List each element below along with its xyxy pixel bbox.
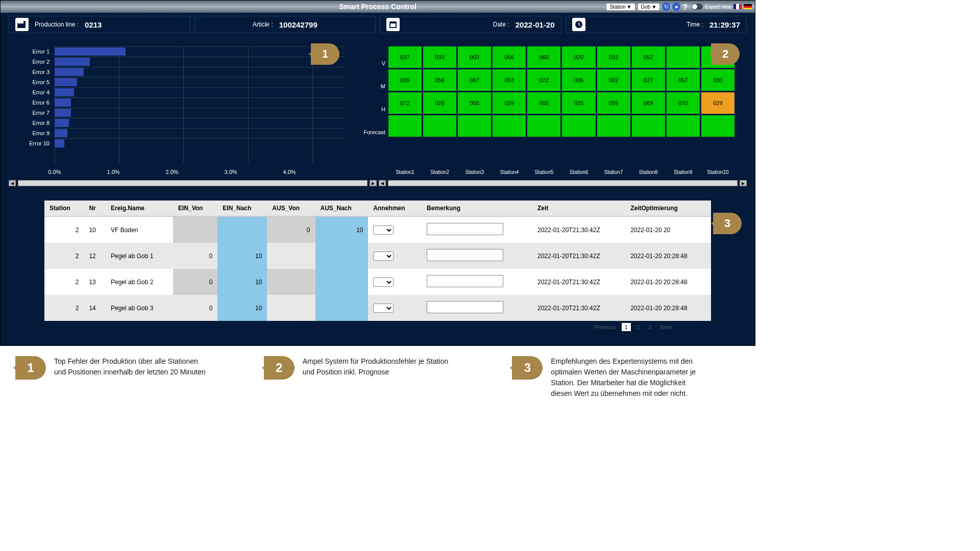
remark-input[interactable]	[427, 249, 503, 261]
heat-cell[interactable]: 069	[632, 92, 665, 114]
heat-cell[interactable]	[667, 115, 700, 137]
heat-cell[interactable]: 056	[423, 69, 456, 91]
pager-next[interactable]: Next	[657, 323, 675, 331]
heat-cell[interactable]	[423, 115, 456, 137]
remark-input[interactable]	[427, 275, 503, 287]
heat-cell[interactable]: 032	[597, 46, 630, 68]
callout-text: Ampel System für Produktionsfehler je St…	[303, 356, 456, 378]
calendar-icon	[386, 18, 400, 31]
scrollbar-right[interactable]	[388, 180, 738, 186]
callout-text: Empfehlungen des Expertensystems mit den…	[551, 356, 704, 399]
heat-cell[interactable]: 005	[527, 92, 560, 114]
heat-cell[interactable]: 002	[597, 69, 630, 91]
heat-cell[interactable]: 053	[493, 69, 526, 91]
bar-label: Error 6	[14, 99, 50, 106]
svg-rect-1	[390, 23, 396, 27]
table-header: AUS_Von	[267, 201, 315, 216]
heat-cell[interactable]: 006	[562, 69, 595, 91]
heat-cell[interactable]: 057	[667, 69, 700, 91]
scrollbar-left[interactable]	[18, 180, 368, 186]
heat-cell[interactable]: 055	[597, 92, 630, 114]
accept-select[interactable]	[373, 304, 394, 313]
table-header: Zeit	[532, 201, 625, 216]
callout-item: 1 Top Fehler der Produktion über alle St…	[15, 356, 243, 399]
scroll-left-arrow[interactable]: ◀	[9, 180, 16, 186]
pager-prev[interactable]: Previous	[591, 323, 619, 331]
heat-cell[interactable]: 052	[632, 46, 665, 68]
table-header: Ereig.Name	[106, 201, 173, 216]
recommendations-table-wrap: 3 StationNrEreig.NameEIN_VonEIN_NachAUS_…	[9, 192, 747, 341]
table-row: 2 10 VF Boden 0 10 2022-01-20T21:30:42Z …	[44, 216, 711, 243]
pager: Previous 1 2 3 Next	[44, 321, 711, 333]
heat-cell[interactable]	[632, 115, 665, 137]
accept-select[interactable]	[373, 278, 394, 287]
table-header: Station	[44, 201, 84, 216]
table-header: AUS_Nach	[315, 201, 369, 216]
date-box: Date : 2022-01-20	[380, 16, 561, 33]
flag-de-icon[interactable]	[744, 4, 752, 9]
callout-item: 3 Empfehlungen des Expertensystems mit d…	[512, 356, 740, 399]
heat-cell[interactable]: 039	[388, 69, 422, 91]
remark-input[interactable]	[427, 223, 503, 235]
pager-page-3[interactable]: 3	[645, 323, 654, 331]
heat-cell[interactable]: 022	[527, 69, 560, 91]
table-header: Annehmen	[368, 201, 422, 216]
recommendations-table: StationNrEreig.NameEIN_VonEIN_NachAUS_Vo…	[44, 201, 711, 321]
article-box: Article : 100242799	[194, 16, 376, 33]
heat-cell[interactable]	[388, 115, 422, 137]
pager-page-1[interactable]: 1	[622, 323, 631, 331]
heat-cell[interactable]: 033	[423, 46, 456, 68]
callouts-legend: 1 Top Fehler der Produktion über alle St…	[0, 346, 755, 409]
heat-cell[interactable]	[458, 115, 491, 137]
table-header: EIN_Nach	[217, 201, 267, 216]
expert-label: Expert view	[705, 4, 731, 10]
bar-label: Error 8	[14, 120, 50, 126]
callout-badge-2: 2	[711, 43, 740, 65]
heat-cell[interactable]: 066	[493, 46, 526, 68]
heat-cell[interactable]: 027	[632, 69, 665, 91]
heat-cell[interactable]: 060	[527, 46, 560, 68]
flag-uk-icon[interactable]	[733, 4, 742, 9]
accept-select[interactable]	[373, 226, 394, 235]
bar-label: Error 2	[14, 59, 50, 65]
heat-cell[interactable]	[562, 115, 595, 137]
heat-cell[interactable]	[701, 115, 734, 137]
heat-cell[interactable]: 059	[493, 92, 526, 114]
heat-cell[interactable]	[527, 115, 560, 137]
refresh-icon[interactable]: ↻	[662, 3, 670, 11]
status-dot-icon: ●	[672, 3, 680, 11]
heat-cell[interactable]	[667, 46, 700, 68]
heat-cell[interactable]: 020	[562, 46, 595, 68]
heat-cell[interactable]	[597, 115, 630, 137]
heat-cell[interactable]	[493, 115, 526, 137]
heat-cell[interactable]: 070	[667, 92, 700, 114]
scroll-left-arrow-2[interactable]: ◀	[379, 180, 386, 186]
gob-dropdown[interactable]: Gob ▼	[638, 3, 660, 11]
info-row: Production line : 0213 Article : 1002427…	[1, 13, 755, 36]
expert-toggle[interactable]	[692, 4, 703, 10]
app-title: Smart Process Control	[339, 3, 416, 11]
bar-label: Error 7	[14, 110, 50, 116]
bar-label: Error 5	[14, 79, 50, 85]
heat-cell[interactable]: 067	[458, 69, 491, 91]
production-line-box: Production line : 0213	[9, 16, 190, 33]
heat-cell[interactable]: 050	[458, 92, 491, 114]
table-header: Bemerkung	[422, 201, 532, 216]
help-icon[interactable]: ?	[682, 3, 690, 10]
scroll-right-arrow[interactable]: ▶	[370, 180, 377, 186]
heat-cell[interactable]: 025	[562, 92, 595, 114]
heat-cell[interactable]: 030	[701, 69, 734, 91]
heat-cell[interactable]: 072	[388, 92, 422, 114]
accept-select[interactable]	[373, 252, 394, 261]
callout-number-badge: 1	[15, 356, 46, 380]
station-dropdown[interactable]: Station ▼	[606, 3, 635, 11]
error-bar-chart: 1 Error 1 Error 2 Error 3 Error 5 Error …	[9, 36, 355, 179]
heat-cell[interactable]: 003	[458, 46, 491, 68]
remark-input[interactable]	[427, 301, 503, 313]
pager-page-2[interactable]: 2	[633, 323, 643, 331]
heat-cell[interactable]: 037	[388, 46, 422, 68]
scroll-right-arrow-2[interactable]: ▶	[740, 180, 747, 186]
bar-label: Error 1	[14, 48, 50, 55]
heat-cell[interactable]: 026	[423, 92, 456, 114]
heat-cell[interactable]: 029	[701, 92, 734, 114]
